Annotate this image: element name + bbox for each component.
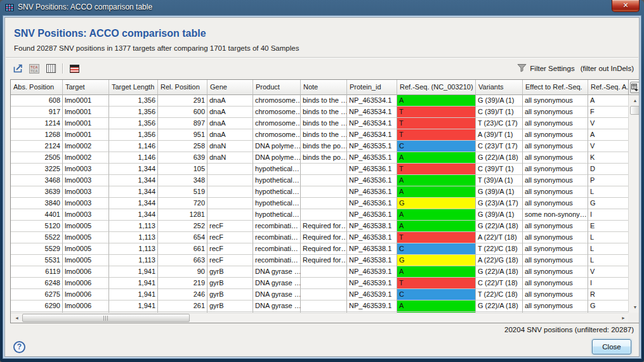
cell-effect: all synonymous — [523, 186, 588, 198]
cell-protein: NP_463539.1 — [347, 289, 397, 301]
cell-target: lmo0005 — [63, 255, 109, 266]
export-graphics-icon[interactable] — [11, 62, 24, 75]
column-header-product[interactable]: Product — [253, 80, 301, 95]
column-header-note[interactable]: Note — [301, 80, 347, 95]
column-header-abs[interactable]: Abs. Position — [11, 80, 63, 95]
cell-ref: G — [397, 198, 476, 209]
scroll-up-arrow-icon[interactable]: ▲ — [629, 96, 640, 105]
cell-gene: recF — [207, 221, 253, 232]
cell-abs: 3468 — [11, 175, 63, 186]
filter-table-rows-icon[interactable] — [68, 62, 81, 75]
cell-note: binds to the … — [301, 118, 347, 129]
table-row[interactable]: 1268lmo00011,356951dnaAchromosome…binds … — [11, 129, 629, 141]
cell-abs: 2505 — [11, 152, 63, 164]
cell-effect: all synonymous — [523, 164, 588, 175]
cell-abs: 6248 — [11, 278, 63, 289]
window-close-button[interactable]: ✕ — [612, 0, 640, 12]
cell-effect: all synonymous — [523, 198, 588, 209]
funnel-icon[interactable] — [517, 63, 527, 74]
cell-target: lmo0005 — [63, 232, 109, 243]
table-row[interactable]: 4401lmo00031,3441281hypothetical…NP_4635… — [11, 209, 629, 221]
cell-variants: T (23)/C (17) — [476, 118, 523, 129]
vertical-scrollbar[interactable]: ▲ ▼ — [628, 95, 640, 313]
filter-settings: Filter Settings (filter out InDels) — [517, 61, 634, 76]
table-row[interactable]: 3840lmo00031,344720hypothetical…NP_46353… — [11, 198, 629, 209]
column-header-aa[interactable]: Ref.-Seq. A... — [588, 80, 629, 95]
cell-protein: NP_463534.1 — [347, 118, 397, 129]
column-settings-button[interactable] — [628, 80, 640, 95]
table-row[interactable]: 3468lmo00031,344348hypothetical…NP_46353… — [11, 175, 629, 186]
table-row[interactable]: 3639lmo00031,344519hypothetical…NP_46353… — [11, 186, 629, 198]
cell-target: lmo0006 — [63, 301, 109, 312]
column-header-ref[interactable]: Ref.-Seq. (NC_003210) — [397, 80, 476, 95]
cell-gene: gyrB — [207, 278, 253, 289]
cell-abs: 5120 — [11, 221, 63, 232]
horizontal-scrollbar-thumb[interactable] — [22, 314, 190, 322]
cell-aa: A — [588, 95, 629, 107]
help-button[interactable]: ? — [13, 341, 25, 353]
cell-rel: 90 — [158, 266, 207, 278]
column-header-gene[interactable]: Gene — [207, 80, 253, 95]
cell-ref: T — [397, 129, 476, 141]
scrollbar-grip — [103, 316, 109, 321]
cell-variants: G (39)/A (1) — [476, 209, 523, 221]
close-button[interactable]: Close — [592, 339, 631, 354]
table-row[interactable]: 2505lmo00021,146639dnaNDNA polyme…binds … — [11, 152, 629, 164]
cell-note — [301, 175, 347, 186]
column-header-protein[interactable]: Protein_id — [347, 80, 397, 95]
cell-gene: dnaA — [207, 95, 253, 107]
table-row[interactable]: 6119lmo00061,94190gyrBDNA gyrase …NP_463… — [11, 266, 629, 278]
cell-target: lmo0001 — [63, 129, 109, 141]
cell-rel: 258 — [158, 141, 207, 152]
column-header-target[interactable]: Target — [63, 80, 109, 95]
cell-variants: G (22)/A (18) — [476, 301, 523, 312]
table-row[interactable]: 6275lmo00061,941246gyrBDNA gyrase …NP_46… — [11, 289, 629, 301]
table-row[interactable]: 1214lmo00011,356897dnaAchromosome…binds … — [11, 118, 629, 129]
cell-note: Required for… — [301, 243, 347, 255]
cell-length: 1,941 — [109, 301, 158, 312]
cell-protein: NP_463535.1 — [347, 152, 397, 164]
table-row[interactable]: 2124lmo00021,146258dnaNDNA polyme…binds … — [11, 141, 629, 152]
column-header-rel[interactable]: Rel. Position — [158, 80, 207, 95]
table-row[interactable]: 608lmo00011,356291dnaAchromosome…binds t… — [11, 95, 629, 107]
cell-product: recombinati… — [253, 255, 301, 266]
table-body: 608lmo00011,356291dnaAchromosome…binds t… — [11, 95, 629, 313]
cell-length: 1,146 — [109, 141, 158, 152]
cell-ref: T — [397, 232, 476, 243]
cell-rel: 261 — [158, 301, 207, 312]
cell-gene: dnaA — [207, 129, 253, 141]
vertical-scrollbar-thumb[interactable] — [630, 106, 640, 115]
table-row[interactable]: 6290lmo00061,941261gyrBDNA gyrase …NP_46… — [11, 301, 629, 312]
cell-length: 1,344 — [109, 164, 158, 175]
horizontal-scrollbar[interactable]: ◄ ► — [11, 313, 629, 323]
column-header-effect[interactable]: Effect to Ref.-Seq. — [523, 80, 588, 95]
table-row[interactable]: 6248lmo00061,941219gyrBDNA gyrase …NP_46… — [11, 278, 629, 289]
table-row[interactable]: 5522lmo00051,113654recFrecombinati…Requi… — [11, 232, 629, 243]
table-row[interactable]: 5120lmo00051,113252recFrecombinati…Requi… — [11, 221, 629, 232]
titlebar: SNV Positions: ACCO comparison table ✕ — [0, 0, 644, 15]
table-row[interactable]: 917lmo00011,356600dnaAchromosome…binds t… — [11, 107, 629, 118]
cell-target: lmo0006 — [63, 289, 109, 301]
scroll-left-arrow-icon[interactable]: ◄ — [12, 314, 22, 323]
cell-abs: 1268 — [11, 129, 63, 141]
scroll-down-arrow-icon[interactable]: ▼ — [629, 302, 640, 312]
column-header-length[interactable]: Target Length — [109, 80, 158, 95]
filter-settings-label[interactable]: Filter Settings — [530, 65, 574, 72]
show-table-columns-icon[interactable] — [44, 62, 57, 75]
table-row[interactable]: 3225lmo00031,344105hypothetical…NP_46353… — [11, 164, 629, 175]
cell-ref: A — [397, 266, 476, 278]
cell-rel: 105 — [158, 164, 207, 175]
cell-product: DNA gyrase … — [253, 289, 301, 301]
cell-variants: G (39)/A (1) — [476, 186, 523, 198]
cell-variants: T (22)/C (18) — [476, 243, 523, 255]
column-header-variants[interactable]: Variants — [476, 80, 523, 95]
table-row[interactable]: 5529lmo00051,113661recFrecombinati…Requi… — [11, 243, 629, 255]
table-row[interactable]: 5531lmo00051,113663recFrecombinati…Requi… — [11, 255, 629, 266]
cell-variants: T (39)/A (1) — [476, 175, 523, 186]
cell-note: binds to the … — [301, 95, 347, 107]
cell-product: DNA gyrase … — [253, 278, 301, 289]
cell-protein: NP_463538.1 — [347, 232, 397, 243]
scroll-right-arrow-icon[interactable]: ► — [619, 314, 628, 323]
cell-product: DNA polyme… — [253, 152, 301, 164]
cell-product: hypothetical… — [253, 186, 301, 198]
